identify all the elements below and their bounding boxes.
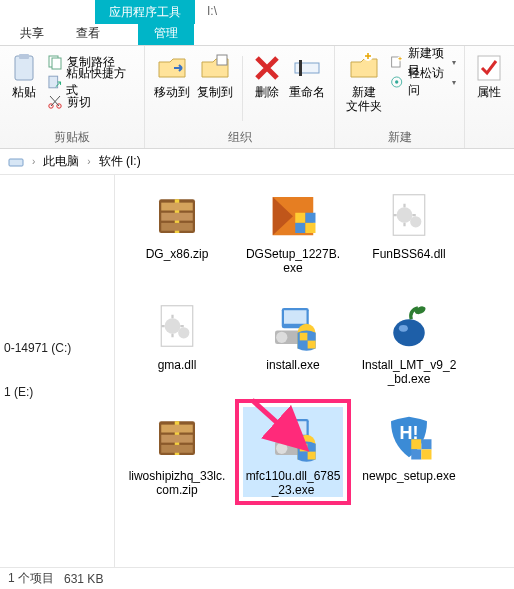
file-name: mfc110u.dll_6785_23.exe <box>243 469 343 498</box>
svg-point-34 <box>393 319 425 346</box>
delete-button[interactable]: 删除 <box>251 50 283 100</box>
file-name: liwoshipizhq_33lc.com.zip <box>127 469 227 498</box>
file-icon <box>373 185 445 245</box>
copy-path-icon <box>47 54 63 70</box>
rename-label: 重命名 <box>289 86 325 100</box>
move-to-button[interactable]: 移动到 <box>153 50 190 100</box>
easy-access-button[interactable]: 轻松访问 ▾ <box>390 72 456 92</box>
svg-rect-0 <box>15 56 33 80</box>
chevron-right-icon[interactable]: › <box>32 156 35 167</box>
scissors-icon <box>47 94 63 110</box>
file-item[interactable]: mfc110u.dll_6785_23.exe <box>243 407 343 498</box>
tree-item-drive-c[interactable]: 0-14971 (C:) <box>0 335 114 361</box>
status-selected-count: 1 个项目 <box>8 570 54 587</box>
svg-point-35 <box>399 325 408 332</box>
rename-icon <box>291 52 323 84</box>
file-item[interactable]: Install_LMT_v9_2_bd.exe <box>359 296 459 387</box>
svg-rect-31 <box>284 310 307 324</box>
copy-to-button[interactable]: 复制到 <box>196 50 233 100</box>
new-item-icon <box>390 54 403 70</box>
svg-rect-42 <box>161 444 193 452</box>
copy-to-icon <box>199 52 231 84</box>
svg-rect-40 <box>161 424 193 432</box>
group-new-label: 新建 <box>343 127 456 146</box>
delete-label: 删除 <box>255 86 279 100</box>
svg-rect-44 <box>284 421 307 435</box>
file-icon <box>141 296 213 356</box>
paste-button[interactable]: 粘贴 <box>8 50 41 100</box>
file-item[interactable]: DG_x86.zip <box>127 185 227 276</box>
tab-share[interactable]: 共享 <box>4 23 60 45</box>
drive-icon <box>8 154 24 170</box>
svg-point-28 <box>165 318 181 334</box>
contextual-tab-app-tools[interactable]: 应用程序工具 <box>95 0 195 24</box>
new-folder-icon <box>348 52 380 84</box>
file-icon <box>257 185 329 245</box>
paste-shortcut-button[interactable]: 粘贴快捷方式 <box>47 72 136 92</box>
rename-button[interactable]: 重命名 <box>289 50 326 100</box>
file-icon <box>257 296 329 356</box>
svg-point-33 <box>276 331 287 342</box>
ribbon-tabs: 共享 查看 管理 <box>0 24 514 46</box>
easy-access-label: 轻松访问 <box>408 65 448 99</box>
ribbon: 粘贴 复制路径 粘贴快捷方式 剪切 剪贴板 <box>0 46 514 149</box>
properties-button[interactable]: 属性 <box>473 50 505 100</box>
new-folder-button[interactable]: 新建 文件夹 <box>343 50 384 114</box>
file-name: FunBSS64.dll <box>372 247 445 261</box>
chevron-right-icon[interactable]: › <box>87 156 90 167</box>
file-name: Install_LMT_v9_2_bd.exe <box>359 358 459 387</box>
delete-x-icon <box>251 52 283 84</box>
properties-check-icon <box>473 52 505 84</box>
svg-rect-8 <box>295 63 319 73</box>
file-item[interactable]: FunBSS64.dll <box>359 185 459 276</box>
cut-button[interactable]: 剪切 <box>47 92 136 112</box>
svg-rect-16 <box>9 159 23 166</box>
tab-view[interactable]: 查看 <box>60 23 116 45</box>
svg-point-36 <box>414 305 427 316</box>
crumb-this-pc[interactable]: 此电脑 <box>43 153 79 170</box>
file-name: newpc_setup.exe <box>362 469 455 483</box>
file-item[interactable]: H!newpc_setup.exe <box>359 407 459 498</box>
file-icon: H! <box>373 407 445 467</box>
file-item[interactable]: DGSetup_1227B.exe <box>243 185 343 276</box>
file-icon <box>257 407 329 467</box>
paste-shortcut-icon <box>47 74 62 90</box>
group-organize-label: 组织 <box>153 127 326 146</box>
svg-rect-20 <box>161 203 193 211</box>
tab-manage[interactable]: 管理 <box>138 23 194 45</box>
file-icon <box>141 185 213 245</box>
nav-tree[interactable]: 0-14971 (C:) 1 (E:) <box>0 175 115 567</box>
status-size: 631 KB <box>64 572 103 586</box>
file-name: DGSetup_1227B.exe <box>243 247 343 276</box>
window-title-path: I:\ <box>195 0 229 24</box>
breadcrumb[interactable]: › 此电脑 › 软件 (I:) <box>0 149 514 175</box>
svg-rect-21 <box>161 213 193 221</box>
cut-label: 剪切 <box>67 94 91 111</box>
copy-to-label: 复制到 <box>197 86 233 100</box>
svg-point-46 <box>276 442 287 453</box>
file-item[interactable]: install.exe <box>243 296 343 387</box>
svg-rect-41 <box>161 434 193 442</box>
file-icon <box>373 296 445 356</box>
properties-label: 属性 <box>477 86 501 100</box>
chevron-down-icon: ▾ <box>452 58 456 67</box>
tree-item-drive-e[interactable]: 1 (E:) <box>0 379 114 405</box>
file-name: gma.dll <box>158 358 197 372</box>
paste-label: 粘贴 <box>12 86 36 100</box>
file-item[interactable]: gma.dll <box>127 296 227 387</box>
group-clipboard-label: 剪贴板 <box>8 127 136 146</box>
svg-rect-1 <box>19 54 29 59</box>
content-area: 0-14971 (C:) 1 (E:) DG_x86.zipDGSetup_12… <box>0 175 514 567</box>
file-name: DG_x86.zip <box>146 247 209 261</box>
svg-point-29 <box>178 327 189 338</box>
svg-rect-7 <box>217 55 227 65</box>
svg-rect-9 <box>299 60 302 76</box>
easy-access-icon <box>390 74 403 90</box>
crumb-drive[interactable]: 软件 (I:) <box>99 153 141 170</box>
svg-point-26 <box>410 216 421 227</box>
file-item[interactable]: liwoshipizhq_33lc.com.zip <box>127 407 227 498</box>
title-bar: 应用程序工具 I:\ <box>0 0 514 24</box>
file-icon <box>141 407 213 467</box>
file-name: install.exe <box>266 358 319 372</box>
file-grid[interactable]: DG_x86.zipDGSetup_1227B.exeFunBSS64.dllg… <box>115 175 514 567</box>
